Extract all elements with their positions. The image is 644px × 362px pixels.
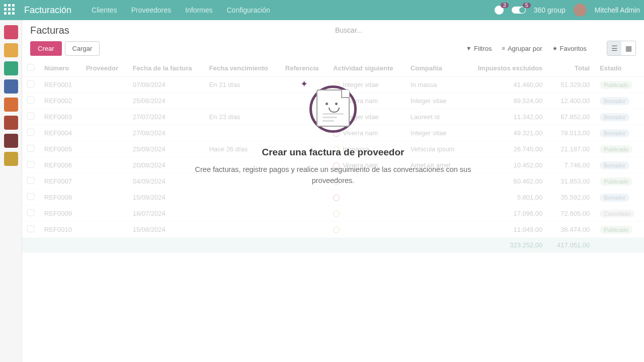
table-row[interactable]: REF000107/08/2024En 21 díasInteger vitae… [22, 77, 644, 93]
table-row[interactable]: REF000704/09/202460.462,0031.853,00Publi… [22, 173, 644, 190]
filters-menu[interactable]: ▼Filtros [466, 45, 492, 52]
side-app-settings-icon[interactable] [4, 152, 18, 166]
table-row[interactable]: REF000815/09/20245.801,0035.592,00Borrad… [22, 190, 644, 206]
side-app-purchase-icon[interactable] [4, 116, 18, 130]
activity-icon[interactable] [333, 82, 340, 88]
cell-reference [280, 206, 328, 222]
cell-company: In massa [406, 77, 465, 93]
kanban-view-button[interactable]: ▦ [621, 41, 635, 55]
side-app-discuss-icon[interactable] [4, 25, 18, 39]
list-icon: ≡ [502, 45, 505, 51]
menu-clientes[interactable]: Clientes [92, 6, 117, 14]
favorites-menu[interactable]: ★Favoritos [552, 45, 587, 52]
app-title: Facturación [24, 5, 71, 16]
row-checkbox[interactable] [27, 113, 34, 120]
cell-number: REF0003 [39, 109, 81, 125]
cell-billdate: 25/09/2024 [128, 141, 204, 157]
table-row[interactable]: REF000327/07/2024En 23 díasInteger vitae… [22, 109, 644, 125]
conversations-badge: 3 [501, 3, 509, 8]
col-untaxed[interactable]: Impuestos excluidos [465, 60, 547, 77]
row-checkbox[interactable] [27, 97, 34, 104]
cell-vendor [81, 77, 128, 93]
menu-informes[interactable]: Informes [185, 6, 212, 14]
avatar[interactable] [574, 4, 587, 17]
activity-icon[interactable] [333, 114, 340, 121]
activity-icon[interactable] [333, 162, 340, 169]
side-app-contacts-icon[interactable] [4, 79, 18, 94]
col-reference[interactable]: Referencia [280, 60, 328, 77]
cell-status: Cancelado [595, 206, 644, 222]
row-checkbox[interactable] [27, 177, 34, 184]
cell-reference [280, 222, 328, 238]
row-checkbox[interactable] [27, 161, 34, 168]
conversations-icon[interactable]: 3 [495, 6, 504, 15]
row-checkbox[interactable] [27, 209, 34, 216]
menu-proveedores[interactable]: Proveedores [131, 6, 171, 14]
cell-company: Vehicula ipsum [406, 141, 465, 157]
activity-icon[interactable] [333, 130, 340, 137]
side-app-accounting-icon[interactable] [4, 61, 18, 75]
cell-total: 21.187,00 [547, 141, 595, 157]
col-vendor[interactable]: Proveedor [81, 60, 128, 77]
list-view-button[interactable]: ☰ [607, 41, 621, 55]
table-row[interactable]: REF000620/08/2024Viverra namAmet sit ame… [22, 157, 644, 173]
user-menu[interactable]: Mitchell Admin [595, 6, 640, 14]
cell-total: 38.474,00 [547, 222, 595, 238]
side-app-calendar-icon[interactable] [4, 43, 18, 57]
side-app-sales-icon[interactable] [4, 98, 18, 112]
activity-icon[interactable] [333, 195, 340, 201]
breadcrumb: Facturas [30, 25, 69, 36]
activity-icon[interactable] [333, 146, 340, 153]
row-checkbox[interactable] [27, 193, 34, 200]
col-total[interactable]: Total [547, 60, 595, 77]
cell-billdate: 04/09/2024 [128, 173, 204, 190]
activity-icon[interactable] [333, 178, 340, 185]
table-row[interactable]: REF000427/08/2024Viverra namInteger vita… [22, 125, 644, 141]
table-row[interactable]: REF000525/09/2024Hace 26 díasIn massaVeh… [22, 141, 644, 157]
status-badge: Publicado [600, 145, 632, 153]
groupby-menu[interactable]: ≡Agrupar por [502, 45, 542, 52]
row-checkbox[interactable] [27, 80, 34, 87]
cell-number: REF0002 [39, 93, 81, 109]
cell-untaxed: 26.745,00 [465, 141, 547, 157]
cell-duedate [204, 125, 280, 141]
cell-reference [280, 109, 328, 125]
cell-reference [280, 173, 328, 190]
cell-vendor [81, 141, 128, 157]
col-billdate[interactable]: Fecha de la factura [128, 60, 204, 77]
upload-button[interactable]: Cargar [65, 41, 100, 56]
col-status[interactable]: Estado [595, 60, 644, 77]
select-all-checkbox[interactable] [27, 64, 34, 71]
cell-status: Borrador [595, 93, 644, 109]
cell-vendor [81, 206, 128, 222]
cell-duedate [204, 93, 280, 109]
cell-number: REF0008 [39, 190, 81, 206]
cell-untaxed: 5.801,00 [465, 190, 547, 206]
company-switcher[interactable]: 360 group [534, 6, 566, 14]
table-row[interactable]: REF001015/08/202411.049,0038.474,00Publi… [22, 222, 644, 238]
activity-icon[interactable] [333, 211, 340, 217]
filters-label: Filtros [474, 45, 492, 52]
col-company[interactable]: Compañía [406, 60, 465, 77]
row-checkbox[interactable] [27, 129, 34, 136]
row-checkbox[interactable] [27, 145, 34, 152]
table-row[interactable]: REF000225/06/2024Viverra namInteger vita… [22, 93, 644, 109]
menu-configuracion[interactable]: Configuración [227, 6, 270, 14]
col-duedate[interactable]: Fecha vencimiento [204, 60, 280, 77]
cell-total: 51.329,00 [547, 77, 595, 93]
col-activity[interactable]: Actividad siguiente [328, 60, 406, 77]
cell-activity: In massa [328, 141, 406, 157]
activity-icon[interactable] [333, 98, 340, 105]
search-input[interactable] [334, 24, 636, 37]
activity-icon[interactable] [333, 227, 340, 233]
star-icon: ★ [552, 45, 557, 52]
status-badge: Cancelado [600, 210, 634, 218]
col-number[interactable]: Número [39, 60, 81, 77]
apps-launcher-icon[interactable] [4, 4, 16, 16]
cell-duedate [204, 157, 280, 173]
side-app-inventory-icon[interactable] [4, 134, 18, 148]
debug-toggle[interactable] [512, 7, 526, 14]
row-checkbox[interactable] [27, 225, 34, 232]
create-button[interactable]: Crear [30, 41, 62, 56]
table-row[interactable]: REF000918/07/202417.096,0072.605,00Cance… [22, 206, 644, 222]
